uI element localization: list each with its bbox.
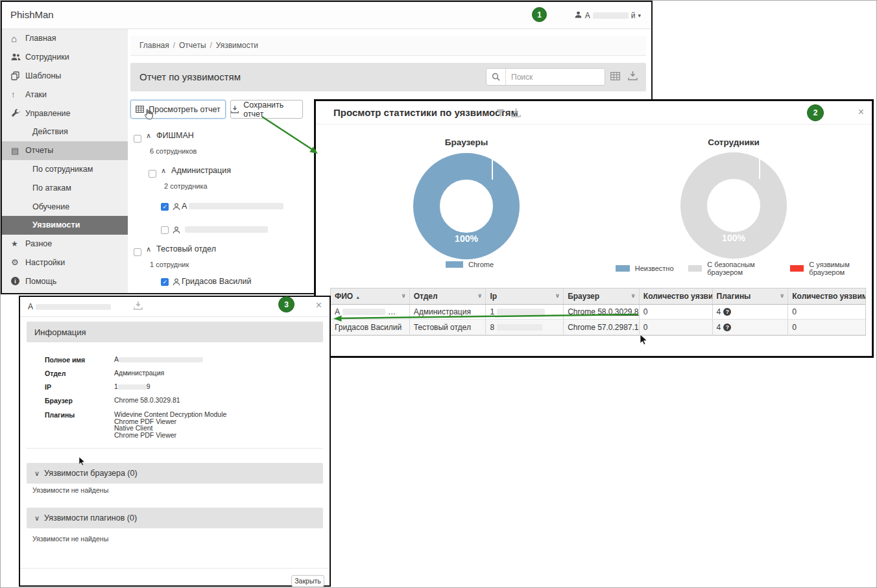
view-report-label: Просмотреть отчет xyxy=(149,105,221,114)
dept-checkbox[interactable] xyxy=(149,170,156,178)
sidebar-item-label: Уязвимости xyxy=(32,220,80,229)
column-header-plugins[interactable]: Плагины xyxy=(713,288,789,304)
chevron-down-icon[interactable] xyxy=(780,292,784,299)
column-header-dept[interactable]: Отдел xyxy=(410,288,487,304)
tree-node-dept2[interactable]: Тестовый отдел xyxy=(146,244,216,253)
app-brand: PhishMan xyxy=(10,9,54,20)
sidebar-item-label: Шаблоны xyxy=(25,71,61,80)
chevron-down-icon[interactable] xyxy=(477,292,482,299)
plugin-vuln-empty-text: Уязвимости не найдены xyxy=(32,535,108,543)
legend-label: Chrome xyxy=(468,261,494,268)
employees-donut-chart: 100% xyxy=(680,152,787,259)
sidebar-item-management[interactable]: Управление xyxy=(2,104,128,123)
column-header-fio[interactable]: ФИО xyxy=(331,288,410,304)
user-menu[interactable]: А й ▾ xyxy=(574,10,641,21)
field-label-browser: Браузер xyxy=(45,397,73,405)
search-input[interactable] xyxy=(506,73,605,82)
expand-icon xyxy=(34,513,40,523)
vulnerability-table: ФИО Отдел Ip Браузер Количество уязвим..… xyxy=(330,288,866,336)
cell-dept: Тестовый отдел xyxy=(410,320,487,335)
chevron-down-icon[interactable] xyxy=(555,292,560,299)
sidebar-item-label: Управление xyxy=(25,109,71,118)
employee-checkbox[interactable] xyxy=(161,203,169,211)
annotation-badge-1: 1 xyxy=(532,7,547,22)
column-header-vuln-count[interactable]: Количество уязвим... xyxy=(640,288,713,304)
sidebar-item-help[interactable]: iПомощь xyxy=(2,272,128,290)
sidebar-item-main[interactable]: Главная xyxy=(2,29,128,48)
sidebar-item-reports[interactable]: Отчеты xyxy=(2,141,128,160)
chart-title-browsers: Браузеры xyxy=(413,137,520,147)
help-icon[interactable]: ? xyxy=(723,308,731,316)
sidebar-item-vulnerabilities[interactable]: Уязвимости xyxy=(2,216,128,235)
chevron-down-icon[interactable] xyxy=(401,292,405,299)
dept2-name: Тестовый отдел xyxy=(156,244,216,253)
field-label-dept: Отдел xyxy=(45,370,66,377)
filter-icon[interactable] xyxy=(496,108,505,120)
save-report-button[interactable]: Сохранить отчет xyxy=(230,100,303,119)
browser-link[interactable]: Chrome 58.0.3029.81 xyxy=(568,307,640,316)
table-view-icon[interactable] xyxy=(610,71,620,83)
field-label-fullname: Полное имя xyxy=(45,356,85,364)
reports-icon xyxy=(11,146,25,156)
stats-modal: Просмотр статистики по уязвимостям Брауз… xyxy=(314,99,874,358)
ip-redacted xyxy=(118,384,147,390)
cell-plugin-vuln-count: 0 xyxy=(788,305,865,319)
users-icon xyxy=(11,53,25,61)
gears-icon xyxy=(11,257,25,267)
column-header-ip[interactable]: Ip xyxy=(486,288,564,304)
sidebar-item-templates[interactable]: Шаблоны xyxy=(2,67,128,86)
breadcrumb: Главная / Отчеты / Уязвимости xyxy=(130,36,646,56)
sidebar-item-label: Действия xyxy=(32,127,68,136)
view-report-button[interactable]: Просмотреть отчет xyxy=(130,100,226,119)
legend-label: С уязвимым браузером xyxy=(809,261,872,276)
sidebar-item-misc[interactable]: Разное xyxy=(2,235,128,253)
collapse-icon[interactable] xyxy=(146,244,151,253)
employee-checkbox[interactable] xyxy=(161,226,169,234)
column-header-plugin-vuln-count[interactable]: Количество уязвим... xyxy=(788,288,865,304)
legend-swatch xyxy=(790,265,804,272)
download-icon[interactable] xyxy=(134,301,143,312)
column-header-browser[interactable]: Браузер xyxy=(564,288,640,304)
sidebar-item-attacks[interactable]: Атаки xyxy=(2,85,128,104)
collapse-icon[interactable] xyxy=(146,131,151,140)
tree-node-dept1[interactable]: Администрация xyxy=(161,166,231,175)
breadcrumb-separator: / xyxy=(173,41,175,50)
employee-checkbox[interactable] xyxy=(161,278,169,286)
detail-title-prefix: А xyxy=(28,302,33,311)
close-icon[interactable] xyxy=(316,300,322,311)
star-icon xyxy=(11,239,25,248)
download-icon[interactable] xyxy=(628,71,638,83)
breadcrumb-item-main[interactable]: Главная xyxy=(139,41,169,50)
sidebar-item-training[interactable]: Обучение xyxy=(2,197,128,216)
employee-detail-modal: А Информация Полное имя А Отдел Админист… xyxy=(19,296,331,587)
sidebar-item-settings[interactable]: Настройки xyxy=(2,253,128,272)
employee-name-prefix: А xyxy=(182,202,187,211)
close-icon[interactable] xyxy=(858,106,864,118)
dept1-name: Администрация xyxy=(171,166,231,175)
collapse-icon[interactable] xyxy=(161,166,166,175)
plugin-vuln-section-header[interactable]: Уязвимости плагинов (0) xyxy=(27,508,323,528)
dept-checkbox[interactable] xyxy=(134,248,141,256)
sidebar-item-actions[interactable]: Действия xyxy=(2,123,128,141)
dept1-count: 2 сотрудника xyxy=(164,182,208,190)
annotation-badge-2: 2 xyxy=(807,104,824,121)
help-icon[interactable]: ? xyxy=(723,323,731,331)
divider xyxy=(27,448,323,449)
download-icon[interactable] xyxy=(511,108,521,120)
donut-slice-gap xyxy=(759,152,760,179)
company-checkbox[interactable] xyxy=(134,135,141,143)
user-name-prefix: А xyxy=(585,11,590,20)
breadcrumb-item-reports[interactable]: Отчеты xyxy=(179,41,206,50)
sidebar-item-by-employees[interactable]: По сотрудникам xyxy=(2,160,128,179)
table-icon xyxy=(136,106,144,113)
sidebar-item-by-attacks[interactable]: По атакам xyxy=(2,178,128,197)
browser-link[interactable]: Chrome 57.0.2987.133 xyxy=(568,323,640,332)
table-row[interactable]: А… Администрация 1 Chrome 58.0.3029.81 0… xyxy=(331,305,865,320)
close-button[interactable]: Закрыть xyxy=(291,575,324,587)
table-row[interactable]: Гридасов Василий Тестовый отдел 8 Chrome… xyxy=(331,320,865,335)
footer-divider xyxy=(20,568,330,569)
chevron-down-icon[interactable] xyxy=(631,292,636,299)
browser-vuln-section-header[interactable]: Уязвимости браузера (0) xyxy=(27,463,323,484)
sidebar-item-employees[interactable]: Сотрудники xyxy=(2,48,128,67)
tree-node-company[interactable]: ФИШМАН xyxy=(146,131,194,140)
